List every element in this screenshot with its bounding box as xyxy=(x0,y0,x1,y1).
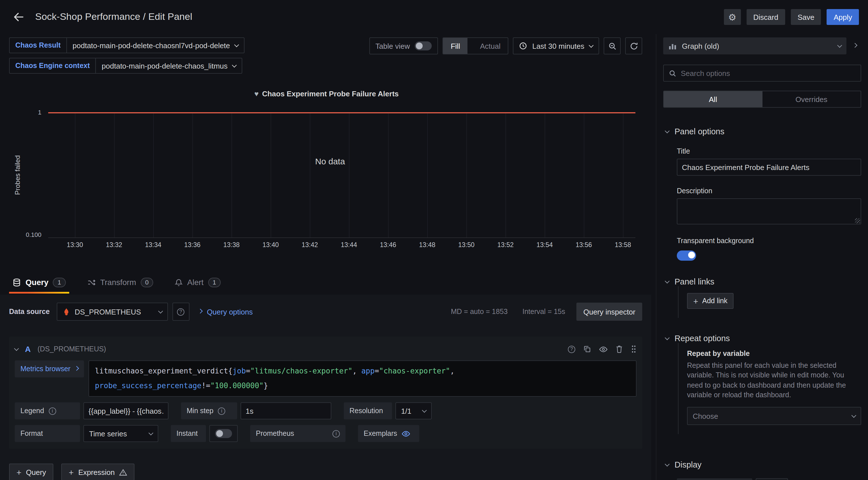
tab-alert[interactable]: Alert 1 xyxy=(171,271,224,294)
resolution-select[interactable]: 1/1 xyxy=(396,402,432,419)
add-query-button[interactable]: + Query xyxy=(9,464,53,480)
info-icon: i xyxy=(333,430,340,437)
bars-toggle-box xyxy=(756,478,788,480)
tab-overrides[interactable]: Overrides xyxy=(762,91,861,107)
copy-icon[interactable] xyxy=(583,345,591,353)
legend-label-text: Legend xyxy=(21,407,44,415)
promql-editor-row: Metrics browser litmuschaos_experiment_v… xyxy=(15,361,637,397)
min-step-label-text: Min step xyxy=(187,407,214,415)
gridline xyxy=(192,112,193,237)
chevron-down-icon xyxy=(422,408,427,413)
discard-button[interactable]: Discard xyxy=(747,9,785,25)
tab-transform[interactable]: Transform 0 xyxy=(84,271,157,294)
repeat-options-header[interactable]: Repeat options xyxy=(663,334,861,343)
time-range-picker[interactable]: Last 30 minutes xyxy=(513,37,599,55)
display-section-header[interactable]: Display xyxy=(663,460,861,469)
magnifier-minus-icon xyxy=(608,42,616,50)
chevron-down-icon xyxy=(837,43,842,47)
query-inspector-button[interactable]: Query inspector xyxy=(577,303,642,321)
x-tick-label: 13:30 xyxy=(67,241,83,248)
visualization-picker[interactable]: Graph (old) xyxy=(663,37,846,55)
x-tick-label: 13:40 xyxy=(262,241,279,248)
datasource-name: DS_PROMETHEUS xyxy=(74,307,141,316)
info-icon: i xyxy=(218,407,225,415)
query-expression[interactable]: litmuschaos_experiment_verdict{job="litm… xyxy=(89,361,637,397)
x-tick-label: 13:48 xyxy=(419,241,435,248)
refresh-button[interactable] xyxy=(625,37,642,55)
search-icon xyxy=(669,69,676,77)
apply-button[interactable]: Apply xyxy=(827,9,859,25)
options-search[interactable] xyxy=(663,65,861,81)
repeat-variable-select[interactable]: Choose xyxy=(687,407,861,425)
panel-links-header[interactable]: Panel links xyxy=(663,277,861,286)
trash-icon[interactable] xyxy=(616,345,623,353)
back-button[interactable] xyxy=(9,7,28,27)
query-meta: MD = auto = 1853 Interval = 15s xyxy=(451,308,565,316)
x-tick-label: 13:38 xyxy=(223,241,240,248)
format-select[interactable]: Time series xyxy=(83,425,158,442)
panel-title-input[interactable] xyxy=(677,159,861,176)
graph-icon xyxy=(668,42,677,50)
transparent-bg-toggle[interactable] xyxy=(677,250,696,261)
drag-handle-icon[interactable] xyxy=(631,345,637,354)
panel-description-textarea[interactable] xyxy=(677,198,861,225)
datasource-picker[interactable]: DS_PROMETHEUS xyxy=(57,303,168,321)
gridline xyxy=(75,112,75,237)
variable-label: Chaos Engine context xyxy=(9,58,96,74)
bars-option-row: Bars xyxy=(677,478,861,480)
actual-option[interactable]: Actual xyxy=(472,38,508,54)
variable-chaos-engine-context: Chaos Engine context podtato-main-pod-de… xyxy=(9,58,245,74)
gridline xyxy=(505,112,506,237)
instant-toggle[interactable] xyxy=(215,429,232,438)
variable-label: Chaos Result xyxy=(9,37,67,53)
panel-options-header[interactable]: Panel options xyxy=(663,127,861,136)
clock-icon xyxy=(519,42,527,50)
table-view-toggle[interactable] xyxy=(415,41,432,50)
variable-value-dropdown[interactable]: podtato-main-pod-delete-chaos_litmus xyxy=(96,58,243,74)
gridline xyxy=(114,112,115,237)
query-row-header[interactable]: A (DS_PROMETHEUS) ? xyxy=(15,340,637,358)
min-step-input[interactable] xyxy=(241,402,331,419)
chevron-down-icon xyxy=(158,309,163,313)
display-section-body: Bars xyxy=(663,478,861,480)
query-options-expander[interactable]: Query options xyxy=(198,307,253,316)
eye-icon[interactable] xyxy=(599,345,608,353)
settings-button[interactable]: ⚙ xyxy=(724,9,741,25)
query-row-actions: ? xyxy=(568,345,637,354)
resolution-field-label: Resolution xyxy=(344,402,392,419)
options-filter-tabs: All Overrides xyxy=(663,91,861,108)
fill-option[interactable]: Fill xyxy=(443,38,467,54)
tab-query[interactable]: Query 1 xyxy=(9,271,69,294)
datasource-help-button[interactable]: ? xyxy=(172,303,189,321)
chart-plot-area[interactable]: No data xyxy=(48,112,636,238)
resize-handle[interactable] xyxy=(855,218,860,223)
header-actions: ⚙ Discard Save Apply xyxy=(724,9,859,25)
options-search-input[interactable] xyxy=(681,69,856,77)
tab-all[interactable]: All xyxy=(664,91,762,107)
legend-input[interactable] xyxy=(83,402,168,419)
eye-icon xyxy=(402,430,410,437)
query-row-card: A (DS_PROMETHEUS) ? Metrics browser xyxy=(9,337,642,449)
zoom-out-time-button[interactable] xyxy=(603,37,621,55)
panel-links-body: + Add link xyxy=(678,286,861,318)
help-icon[interactable]: ? xyxy=(568,345,575,353)
chevron-down-icon xyxy=(14,346,19,351)
resolution-value: 1/1 xyxy=(401,407,411,415)
chevron-right-icon xyxy=(198,309,203,313)
top-header: Sock-Shop Performance / Edit Panel ⚙ Dis… xyxy=(0,0,868,34)
series-line xyxy=(48,112,636,113)
collapse-options-button[interactable] xyxy=(849,37,861,55)
section-title: Display xyxy=(675,460,702,469)
save-button[interactable]: Save xyxy=(791,9,821,25)
x-tick-label: 13:50 xyxy=(458,241,474,248)
add-link-button[interactable]: + Add link xyxy=(687,293,734,309)
variable-value-dropdown[interactable]: podtato-main-pod-delete-chaosnl7vd-pod-d… xyxy=(67,37,245,53)
x-tick-label: 13:46 xyxy=(380,241,396,248)
min-step-field-label: Min step i xyxy=(181,402,237,419)
gridline xyxy=(231,112,232,237)
add-expression-button[interactable]: + Expression xyxy=(61,464,134,480)
metrics-browser-button[interactable]: Metrics browser xyxy=(15,361,84,377)
grafana-edit-panel-page: Sock-Shop Performance / Edit Panel ⚙ Dis… xyxy=(0,0,868,480)
pane-size-segmented: Fill Actual xyxy=(443,37,508,55)
exemplars-field[interactable]: Exemplars xyxy=(358,425,419,442)
